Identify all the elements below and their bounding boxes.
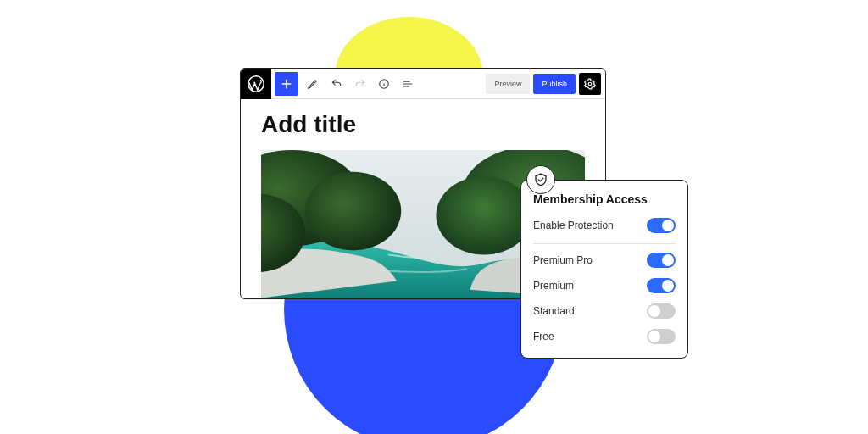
settings-button[interactable] (579, 73, 601, 95)
tier-row-premium: Premium (533, 273, 676, 298)
preview-button[interactable]: Preview (486, 74, 530, 94)
svg-point-5 (305, 172, 401, 251)
post-title-input[interactable]: Add title (261, 111, 585, 138)
tier-label: Standard (533, 305, 575, 317)
svg-point-8 (436, 176, 531, 255)
gear-icon (584, 78, 596, 90)
wordpress-logo-icon[interactable] (241, 69, 271, 99)
tier-label: Premium Pro (533, 254, 593, 266)
edit-icon[interactable] (303, 72, 322, 96)
shield-icon (526, 165, 555, 194)
tier-row-standard: Standard (533, 298, 676, 324)
svg-point-0 (248, 75, 264, 91)
info-icon[interactable] (375, 72, 393, 96)
publish-button[interactable]: Publish (533, 74, 576, 94)
tier-toggle-premium[interactable] (647, 278, 676, 293)
tier-row-free: Free (533, 324, 676, 349)
tier-label: Free (533, 331, 554, 342)
tier-label: Premium (533, 280, 574, 292)
redo-icon[interactable] (351, 72, 370, 96)
tier-toggle-premium-pro[interactable] (647, 253, 676, 268)
enable-protection-toggle[interactable] (647, 218, 676, 233)
undo-icon[interactable] (327, 72, 346, 96)
tier-row-premium-pro: Premium Pro (533, 248, 676, 273)
divider (533, 243, 676, 244)
tier-toggle-standard[interactable] (647, 303, 676, 319)
tier-toggle-free[interactable] (647, 329, 676, 344)
preview-label: Preview (494, 80, 521, 88)
publish-label: Publish (542, 80, 567, 88)
outline-icon[interactable] (398, 72, 417, 96)
enable-protection-row: Enable Protection (533, 213, 676, 238)
svg-point-2 (588, 82, 592, 86)
membership-access-popover: Membership Access Enable Protection Prem… (520, 180, 688, 359)
editor-toolbar: Preview Publish (241, 69, 605, 99)
add-block-button[interactable] (275, 72, 298, 96)
popover-heading: Membership Access (533, 192, 676, 206)
enable-protection-label: Enable Protection (533, 220, 614, 231)
